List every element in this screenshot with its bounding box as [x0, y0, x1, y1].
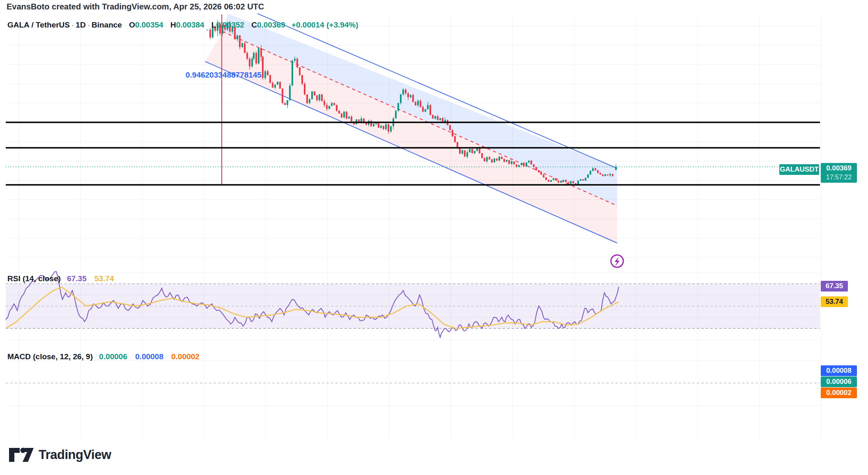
- separator-dot: ·: [86, 21, 92, 29]
- high-label: H: [170, 21, 176, 29]
- low-label: L: [211, 21, 216, 29]
- rsi-indicator-header[interactable]: RSI (14, close) 67.35 53.74: [7, 274, 114, 283]
- current-price-badge: 0.00369 17:57:22: [821, 163, 857, 183]
- macd-signal-value: 0.00002: [171, 352, 200, 361]
- lightning-icon[interactable]: [611, 255, 623, 267]
- macd-hist-value: 0.00006: [99, 352, 127, 361]
- tradingview-logo-icon: [8, 447, 34, 463]
- macd-indicator-header[interactable]: MACD (close, 12, 26, 9) 0.00006 0.00008 …: [7, 352, 200, 361]
- macd-line-value: 0.00008: [135, 352, 163, 361]
- macd-signal-badge: 0.00002: [821, 388, 857, 398]
- rsi-ma-value-badge: 53.74: [821, 296, 848, 307]
- symbol-exchange: Binance: [92, 21, 122, 29]
- tradingview-wordmark: TradingView: [39, 447, 111, 462]
- rsi-ma-value: 53.74: [94, 274, 114, 283]
- symbol-info-bar[interactable]: GALA / TetherUS·1D·Binance O0.00354 H0.0…: [7, 21, 358, 30]
- descending-channel-drawing[interactable]: [205, 12, 617, 243]
- high-value: 0.00384: [176, 21, 204, 29]
- symbol-price-label-badge: GALAUSDT: [779, 164, 819, 175]
- rsi-value: 67.35: [67, 274, 87, 283]
- watermark-text: EvansBoto created with TradingView.com, …: [7, 2, 264, 11]
- macd-hist-badge: 0.00006: [821, 376, 857, 387]
- symbol-name[interactable]: GALA / TetherUS: [7, 21, 70, 29]
- current-price-value: 0.00369: [821, 164, 857, 173]
- macd-line-badge: 0.00008: [821, 365, 857, 376]
- low-value: 0.00352: [216, 21, 244, 29]
- open-value: 0.00354: [135, 21, 163, 29]
- open-label: O: [129, 21, 135, 29]
- rsi-value-badge: 67.35: [821, 281, 848, 291]
- channel-annotation-value[interactable]: 0.9462033488778145: [186, 71, 262, 80]
- macd-title[interactable]: MACD (close, 12, 26, 9): [7, 352, 93, 361]
- symbol-interval[interactable]: 1D: [76, 21, 85, 29]
- tradingview-logo[interactable]: TradingView: [8, 447, 111, 463]
- chart-canvas[interactable]: [0, 0, 868, 475]
- separator-dot: ·: [70, 21, 76, 29]
- change-value: +0.00014 (+3.94%): [292, 21, 358, 29]
- tradingview-chart-window: { "watermark": "EvansBoto created with T…: [0, 0, 868, 475]
- close-label: C: [251, 21, 257, 29]
- close-value: 0.00369: [257, 21, 285, 29]
- grid-lines: [6, 14, 821, 438]
- rsi-title[interactable]: RSI (14, close): [7, 274, 61, 283]
- bar-countdown: 17:57:22: [821, 173, 857, 182]
